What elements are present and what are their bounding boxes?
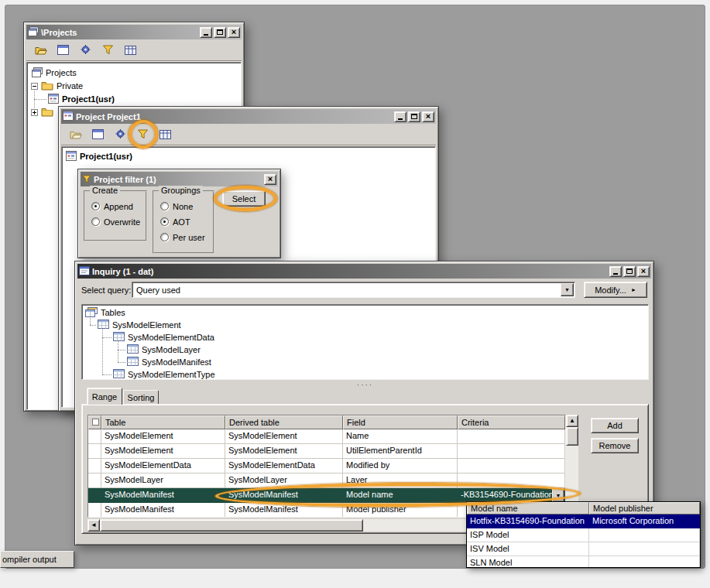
column-header-table[interactable]: Table: [101, 415, 225, 429]
lookup-cell[interactable]: [589, 542, 700, 556]
compile-button[interactable]: [76, 42, 95, 59]
compile-button[interactable]: [111, 126, 130, 143]
row-selector-cell[interactable]: [88, 473, 101, 488]
row-selector-cell[interactable]: [88, 429, 101, 444]
cell-table[interactable]: SysModelManifest: [101, 488, 225, 503]
close-button[interactable]: ×: [637, 266, 650, 277]
minimize-button[interactable]: [609, 266, 622, 277]
lookup-cell[interactable]: Microsoft Corporation: [589, 514, 700, 528]
lookup-row[interactable]: ISP Model: [467, 528, 700, 542]
remove-button[interactable]: Remove: [591, 438, 639, 453]
row-selector-cell[interactable]: [88, 488, 101, 503]
modify-button[interactable]: Modify... ►: [584, 282, 647, 298]
tree-item-tables[interactable]: Tables: [85, 306, 125, 319]
cell-field[interactable]: Layer: [343, 473, 458, 488]
tree-item-shared-folder[interactable]: [31, 106, 57, 118]
tree-item-projects-root[interactable]: Projects: [32, 67, 77, 79]
column-header-criteria[interactable]: Criteria: [458, 415, 565, 429]
cell-field[interactable]: Model publisher: [343, 503, 458, 518]
filter-dialog-titlebar[interactable]: Project filter (1) ×: [81, 172, 278, 186]
cell-field[interactable]: Model name: [343, 488, 458, 503]
lookup-column-model-publisher[interactable]: Model publisher: [589, 502, 700, 514]
cell-criteria[interactable]: [458, 444, 565, 459]
scrollbar-thumb[interactable]: [100, 519, 363, 532]
select-query-combobox[interactable]: Query used ▼: [132, 282, 575, 298]
lookup-row-selected[interactable]: Hotfix-KB3154690-Foundation Microsoft Co…: [467, 514, 700, 528]
lookup-cell[interactable]: SLN Model: [467, 556, 589, 568]
cell-table[interactable]: SysModelManifest: [101, 503, 225, 518]
filter-button[interactable]: [133, 126, 153, 143]
open-button[interactable]: [31, 42, 50, 59]
cell-table[interactable]: SysModelElementData: [101, 459, 225, 473]
cell-criteria[interactable]: [458, 473, 565, 488]
collapse-box-icon[interactable]: [31, 83, 38, 90]
row-selector-header[interactable]: [88, 415, 101, 429]
lookup-cell[interactable]: ISV Model: [467, 542, 589, 556]
lookup-column-model-name[interactable]: Model name: [467, 502, 589, 514]
cell-table[interactable]: SysModelElement: [101, 444, 225, 459]
tab-range[interactable]: Range: [87, 388, 122, 405]
cell-field[interactable]: Modified by: [343, 459, 458, 473]
row-selector-cell[interactable]: [88, 444, 101, 459]
column-header-derived-table[interactable]: Derived table: [225, 415, 343, 429]
tree-item-sysmodelmanifest[interactable]: SysModelManifest: [127, 356, 211, 368]
scroll-up-button[interactable]: ▲: [566, 415, 578, 427]
tree-item-sysmodelelementdata[interactable]: SysModelElementData: [113, 331, 214, 344]
project-titlebar[interactable]: Project Project1 ×: [61, 109, 436, 124]
cell-field[interactable]: UtilElementParentId: [343, 444, 458, 459]
grid-row[interactable]: SysModelElement SysModelElement UtilElem…: [88, 444, 565, 459]
tree-item-sysmodelelement[interactable]: SysModelElement: [98, 319, 181, 331]
open-button[interactable]: [66, 126, 85, 143]
grid-view-button[interactable]: [121, 42, 140, 59]
filter-button[interactable]: [98, 42, 118, 59]
grid-row[interactable]: SysModelElement SysModelElement Name: [88, 429, 565, 444]
inquiry-titlebar[interactable]: Inquiry (1 - dat) ×: [77, 264, 651, 279]
new-window-button[interactable]: [88, 126, 108, 143]
cell-field[interactable]: Name: [343, 429, 458, 444]
tree-item-sysmodelelementtype[interactable]: SysModelElementType: [113, 368, 215, 381]
radio-none[interactable]: None: [160, 201, 193, 211]
row-selector-cell[interactable]: [88, 503, 101, 518]
close-button[interactable]: ×: [228, 27, 240, 38]
tree-item-project1[interactable]: Project1(usr): [66, 150, 132, 162]
combobox-dropdown-button[interactable]: ▼: [561, 283, 574, 296]
radio-overwrite[interactable]: Overwrite: [91, 217, 140, 227]
cell-table[interactable]: SysModelElement: [101, 429, 225, 444]
grid-row[interactable]: SysModelLayer SysModelLayer Layer: [88, 473, 565, 488]
scrollbar-thumb[interactable]: [566, 427, 578, 446]
splitter-handle[interactable]: ····: [81, 383, 649, 388]
projects-titlebar[interactable]: \Projects ×: [26, 25, 242, 39]
cell-derived-table[interactable]: SysModelManifest: [225, 488, 343, 503]
grid-row[interactable]: SysModelElementData SysModelElementData …: [88, 459, 565, 473]
lookup-cell[interactable]: Hotfix-KB3154690-Foundation: [467, 514, 589, 528]
lookup-cell[interactable]: ISP Model: [467, 528, 589, 542]
maximize-button[interactable]: [214, 27, 226, 38]
add-button[interactable]: Add: [591, 418, 639, 433]
new-window-button[interactable]: [53, 42, 73, 59]
minimize-button[interactable]: [394, 111, 406, 122]
lookup-row[interactable]: SLN Model: [467, 556, 700, 568]
radio-append[interactable]: Append: [91, 201, 133, 211]
column-header-field[interactable]: Field: [343, 415, 458, 429]
maximize-button[interactable]: [408, 111, 420, 122]
lookup-cell[interactable]: [589, 528, 700, 542]
row-selector-cell[interactable]: [88, 459, 101, 473]
minimize-button[interactable]: [200, 27, 212, 38]
cell-derived-table[interactable]: SysModelElement: [225, 444, 343, 459]
compiler-output-window-fragment[interactable]: ompiler output: [0, 551, 74, 568]
close-button[interactable]: ×: [264, 174, 276, 185]
close-button[interactable]: ×: [422, 111, 434, 122]
cell-derived-table[interactable]: SysModelElementData: [225, 459, 343, 473]
cell-table[interactable]: SysModelLayer: [101, 473, 225, 488]
cell-criteria[interactable]: [458, 429, 565, 444]
radio-per-user[interactable]: Per user: [160, 232, 205, 242]
criteria-dropdown-button[interactable]: ▼: [552, 488, 564, 502]
tree-item-private[interactable]: Private: [31, 80, 83, 92]
tree-item-project1[interactable]: Project1(usr): [48, 93, 115, 105]
tab-sorting[interactable]: Sorting: [123, 390, 159, 404]
tree-item-sysmodellayer[interactable]: SysModelLayer: [127, 344, 201, 356]
scroll-left-button[interactable]: ◄: [87, 519, 100, 532]
grid-view-button[interactable]: [156, 126, 175, 143]
lookup-cell[interactable]: [589, 556, 700, 568]
radio-aot[interactable]: AOT: [160, 217, 190, 227]
